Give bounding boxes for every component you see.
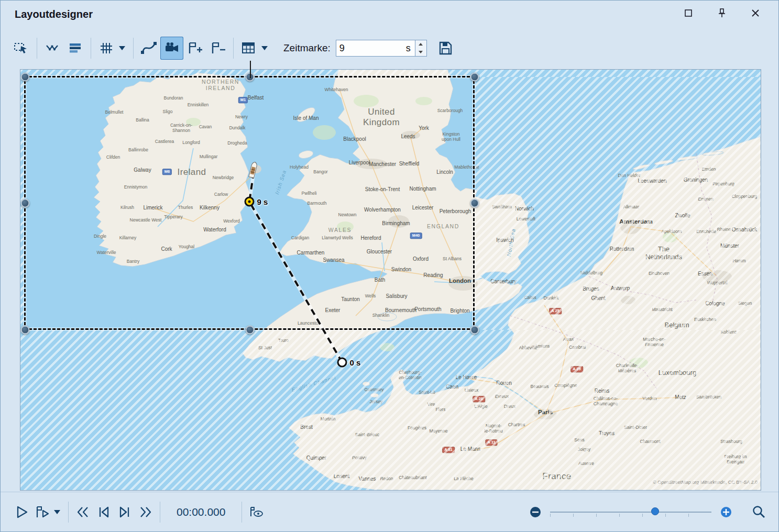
rewind-icon: [75, 505, 90, 519]
layer-list-icon: [68, 41, 83, 56]
zoom-slider-track: [550, 512, 711, 513]
select-tool-button[interactable]: [10, 37, 33, 60]
toolbar: Zeitmarke: s: [10, 34, 769, 62]
transport-bar: 00:00.000: [1, 492, 778, 531]
play-button[interactable]: [11, 502, 32, 523]
zoom-fit-button[interactable]: [750, 502, 768, 523]
magnifier-icon: [752, 505, 766, 519]
path-curve-button[interactable]: [137, 37, 160, 60]
toolbar-separator: [37, 38, 37, 59]
route-connector-line: [250, 61, 251, 77]
toolbar-separator: [91, 38, 91, 59]
zoom-out-icon: [529, 506, 542, 518]
zoom-slider[interactable]: [550, 505, 711, 519]
preview-eye-icon: [248, 505, 264, 519]
close-icon: [751, 9, 760, 17]
land-jersey: [370, 393, 379, 397]
selection-handle-top-right[interactable]: [470, 73, 479, 82]
title-bar: Layoutdesigner: [1, 1, 778, 31]
remove-keyframe-button[interactable]: [206, 37, 229, 60]
camera-icon: [164, 41, 180, 56]
map-base: [20, 70, 761, 490]
zeitmarke-unit: s: [406, 43, 411, 54]
selection-handle-middle-left[interactable]: [21, 199, 30, 208]
time-display: 00:00.000: [177, 506, 225, 518]
selection-handle-bottom-right[interactable]: [470, 326, 479, 335]
previous-frame-icon: [96, 505, 111, 519]
zeitmarke-label: Zeitmarke:: [283, 42, 331, 54]
add-keyframe-icon: [186, 41, 203, 56]
pin-button[interactable]: [715, 6, 729, 20]
next-frame-icon: [117, 505, 132, 519]
zeitmarke-spinner: [415, 40, 427, 57]
land-guernsey: [363, 382, 370, 386]
transport-separator: [242, 502, 242, 523]
toolbar-separator: [233, 38, 234, 59]
zoom-slider-thumb[interactable]: [651, 507, 659, 515]
map-canvas[interactable]: © OpenStreetMap.org Mitwirkende, CC BY-S…: [20, 69, 761, 491]
next-frame-button[interactable]: [114, 502, 135, 523]
route-marker-9s-label: 9 s: [257, 197, 268, 206]
route-marker-0s[interactable]: 0 s: [337, 358, 347, 368]
land-isle-of-wight: [378, 313, 397, 321]
zeitmarke-input-group: s: [336, 40, 415, 57]
transport-separator: [68, 502, 69, 523]
select-icon: [14, 41, 29, 56]
zoom-in-icon: [720, 506, 732, 518]
toolbar-separator: [133, 38, 134, 59]
spinner-up-button[interactable]: [415, 40, 426, 48]
remove-keyframe-icon: [210, 41, 226, 56]
previous-frame-button[interactable]: [93, 502, 114, 523]
selection-handle-middle-right[interactable]: [470, 199, 479, 208]
maximize-button[interactable]: [681, 6, 696, 20]
titlebar-buttons: [681, 6, 763, 20]
zeitmarke-input[interactable]: [336, 43, 406, 54]
zoom-slider-ticks: [550, 514, 711, 517]
grid-dropdown-arrow[interactable]: [119, 46, 125, 50]
maximize-icon: [684, 9, 693, 17]
grid-icon: [98, 41, 114, 56]
play-options-dropdown-arrow[interactable]: [54, 510, 60, 514]
save-icon: [438, 40, 454, 56]
path-curve-icon: [140, 40, 157, 56]
fast-forward-icon: [138, 505, 153, 519]
route-marker-9s[interactable]: 9 s: [245, 197, 255, 207]
rewind-button[interactable]: [72, 502, 93, 523]
grid-tool-button[interactable]: [95, 37, 118, 60]
preview-eye-button[interactable]: [246, 502, 267, 523]
camera-view-button[interactable]: [160, 37, 183, 60]
close-button[interactable]: [748, 6, 763, 20]
window-title: Layoutdesigner: [15, 8, 93, 20]
zoom-out-button[interactable]: [528, 502, 543, 523]
route-marker-0s-label: 0 s: [350, 358, 361, 367]
fast-forward-button[interactable]: [135, 502, 156, 523]
spinner-down-button[interactable]: [415, 48, 426, 56]
selection-handle-bottom-middle[interactable]: [246, 326, 255, 335]
zoom-controls: [528, 502, 768, 523]
layoutdesigner-window: Layoutdesigner: [0, 0, 779, 532]
selection-handle-bottom-left[interactable]: [21, 326, 30, 335]
timetable-icon: [241, 41, 257, 56]
timetable-button[interactable]: [237, 37, 260, 60]
add-keyframe-button[interactable]: [183, 37, 206, 60]
pin-icon: [718, 8, 726, 18]
transport-separator: [160, 502, 160, 523]
timetable-dropdown-arrow[interactable]: [261, 46, 268, 50]
play-from-marker-button[interactable]: [32, 502, 53, 523]
layer-list-button[interactable]: [64, 37, 87, 60]
selection-handle-top-left[interactable]: [21, 73, 30, 82]
keyframe-chevrons-icon: [45, 41, 60, 56]
zoom-in-button[interactable]: [719, 502, 733, 523]
save-layout-button[interactable]: [434, 37, 457, 60]
play-from-marker-icon: [35, 505, 50, 519]
play-icon: [14, 505, 29, 519]
keyframe-chevrons-button[interactable]: [41, 37, 64, 60]
